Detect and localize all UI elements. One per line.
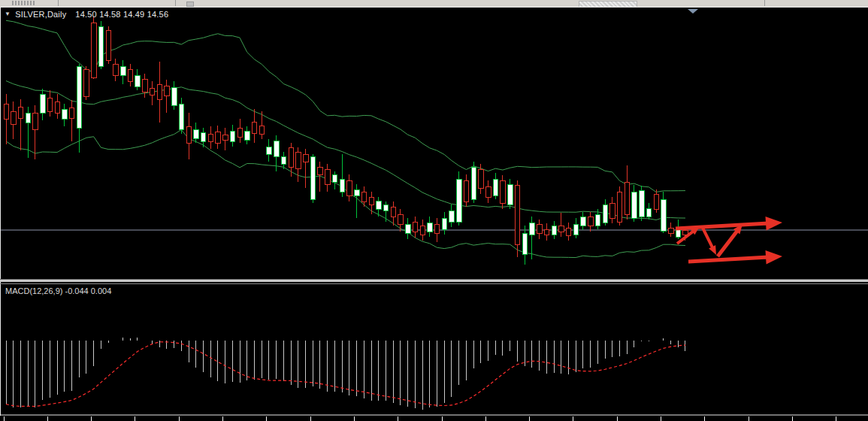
candle-body <box>135 75 141 86</box>
candle-body <box>223 135 228 140</box>
toolbar-separator <box>58 0 59 6</box>
macd-indicator-label: MACD(12,26,9) -0.044 0.004 <box>5 286 111 295</box>
candle-body <box>128 69 133 81</box>
candle-body <box>588 217 594 226</box>
lower-band <box>6 130 685 258</box>
candle-body <box>33 113 38 129</box>
candle-body <box>537 224 543 233</box>
trend-arrows[interactable] <box>676 217 782 265</box>
candle-body <box>654 194 659 209</box>
candle-body <box>464 180 469 201</box>
candle-body <box>661 199 667 231</box>
candle-body <box>434 224 440 233</box>
candle-body <box>47 98 53 111</box>
candle-body <box>566 228 571 235</box>
candle-body <box>501 180 506 203</box>
candle-body <box>77 66 82 128</box>
candle-body <box>172 87 177 105</box>
collapse-triangle-icon[interactable]: ▼ <box>5 11 11 17</box>
candle-body <box>508 184 513 204</box>
candle-body <box>106 30 111 60</box>
candle-body <box>610 203 615 218</box>
candle-body <box>552 226 557 235</box>
candle-body <box>544 229 549 235</box>
candle-body <box>26 113 31 123</box>
candle-body <box>201 132 206 141</box>
trend-arrow[interactable] <box>716 224 742 258</box>
chart-shift-marker-icon[interactable] <box>688 9 698 14</box>
candle-body <box>332 174 337 182</box>
candle-body <box>194 129 199 138</box>
candle-body <box>281 156 286 164</box>
chart-canvas[interactable] <box>0 8 868 421</box>
candle-body <box>595 214 600 226</box>
toolbar-fragment-dots-icon <box>12 1 35 5</box>
toolbar-separator <box>175 0 176 6</box>
candle-body <box>208 134 213 141</box>
candle-body <box>361 192 367 201</box>
candles <box>4 17 688 265</box>
metatrader-window: ▼ SILVER,Daily 14.50 14.58 14.49 14.56 M… <box>0 0 868 421</box>
macd-values: -0.044 0.004 <box>65 286 111 295</box>
candle-body <box>252 122 257 133</box>
candle-body <box>530 223 535 235</box>
candle-body <box>603 204 608 223</box>
candle-body <box>84 69 89 96</box>
candle-body <box>683 230 688 235</box>
candle-body <box>369 197 374 204</box>
candle-body <box>186 126 192 143</box>
panel-splitter[interactable] <box>0 279 868 282</box>
candle-body <box>143 79 148 92</box>
candle-body <box>113 64 119 75</box>
candle-body <box>428 223 433 232</box>
candle-body <box>676 229 681 237</box>
candle-body <box>383 204 389 210</box>
candle-body <box>98 26 104 66</box>
candle-body <box>41 94 46 113</box>
candle-body <box>157 84 162 99</box>
candle-body <box>259 126 265 134</box>
candle-body <box>625 182 630 214</box>
candle-body <box>121 66 126 75</box>
candle-body <box>150 88 155 95</box>
candle-body <box>406 224 411 233</box>
candle-body <box>310 156 316 199</box>
candle-body <box>69 108 74 118</box>
candle-body <box>245 131 250 140</box>
candle-body <box>581 217 586 226</box>
macd-histogram <box>6 338 685 410</box>
candle-body <box>55 101 60 113</box>
candle-body <box>398 214 404 224</box>
symbol-name: SILVER,Daily <box>15 10 66 19</box>
candle-body <box>515 185 520 244</box>
candle-body <box>355 189 360 195</box>
trend-arrow[interactable] <box>688 250 782 265</box>
time-axis[interactable] <box>0 415 868 421</box>
candle-body <box>449 210 455 222</box>
symbol-label: ▼ SILVER,Daily 14.50 14.58 14.49 14.56 <box>5 10 168 19</box>
candle-body <box>92 23 97 77</box>
candle-body <box>230 131 235 141</box>
trend-arrow[interactable] <box>676 217 782 231</box>
candle-body <box>420 226 425 235</box>
candle-body <box>391 207 396 217</box>
candle-body <box>559 226 564 232</box>
candle-body <box>471 167 476 199</box>
candle-body <box>493 179 498 195</box>
ohlc-values: 14.50 14.58 14.49 14.56 <box>75 10 168 19</box>
candle-body <box>216 132 221 143</box>
candle-body <box>11 111 17 124</box>
candle-body <box>632 192 637 218</box>
toolbar-strip <box>0 0 868 8</box>
middle-band <box>6 81 685 220</box>
candle-body <box>646 208 652 217</box>
candle-body <box>325 169 331 184</box>
toolbar-fragment-button[interactable] <box>186 2 194 7</box>
candle-body <box>4 104 9 119</box>
chart-area[interactable]: ▼ SILVER,Daily 14.50 14.58 14.49 14.56 M… <box>0 8 868 421</box>
candle-body <box>442 218 447 229</box>
candle-body <box>318 167 323 174</box>
candle-body <box>669 228 674 233</box>
candle-body <box>165 86 170 95</box>
candle-body <box>289 147 294 167</box>
